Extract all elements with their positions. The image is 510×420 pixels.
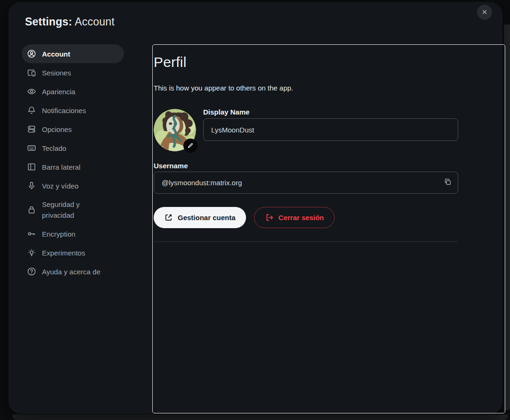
copy-icon[interactable]: [443, 178, 452, 187]
sidebar-item-opciones[interactable]: Opciones: [22, 120, 124, 139]
sidebar-item-label: Opciones: [42, 124, 72, 135]
keyboard-icon: [27, 143, 36, 153]
lightbulb-icon: [27, 248, 36, 257]
dialog-title: Settings: Account: [25, 14, 115, 29]
sidebar-item-label: Notificaciones: [42, 105, 86, 116]
sidebar-item-label: Seguridad y privacidad: [42, 199, 113, 221]
eye-icon: [27, 87, 36, 96]
profile-heading: Perfil: [154, 53, 187, 71]
sidebar-item-voz-y-video[interactable]: Voz y vídeo: [22, 176, 124, 195]
sidebar-item-sesiones[interactable]: Sesiones: [22, 63, 124, 82]
sign-out-label: Cerrar sesión: [279, 214, 324, 222]
sidebar-item-label: Barra lateral: [42, 162, 81, 173]
sidebar-item-experimentos[interactable]: Experimentos: [22, 243, 124, 262]
sidebar-item-barra-lateral[interactable]: Barra lateral: [22, 157, 124, 176]
sidebar-item-teclado[interactable]: Teclado: [22, 139, 124, 157]
key-icon: [27, 229, 36, 239]
dialog-title-prefix: Settings:: [25, 16, 72, 28]
sign-out-icon: [265, 213, 274, 222]
sidebar-item-label: Apariencia: [42, 86, 75, 97]
pencil-icon: [187, 142, 194, 149]
toggles-icon: [27, 124, 36, 134]
username-input[interactable]: [154, 172, 458, 194]
external-link-icon: [164, 213, 173, 222]
lock-icon: [27, 205, 36, 214]
account-settings-panel: Perfil This is how you appear to others …: [152, 44, 505, 413]
bell-icon: [27, 106, 36, 115]
profile-subtitle: This is how you appear to others on the …: [154, 83, 293, 93]
settings-sidebar: Account Sesiones Apariencia: [22, 44, 124, 281]
sidebar-item-encryption[interactable]: Encryption: [22, 224, 124, 243]
close-icon[interactable]: ✕: [477, 5, 492, 20]
sidebar-item-account[interactable]: Account: [22, 44, 124, 63]
sidebar-item-label: Voz y vídeo: [42, 181, 79, 191]
edit-avatar-button[interactable]: [183, 139, 197, 153]
help-circle-icon: [27, 267, 36, 276]
username-field: [154, 172, 458, 194]
display-name-input[interactable]: [203, 118, 458, 141]
sidebar-item-label: Teclado: [42, 143, 66, 154]
manage-account-label: Gestionar cuenta: [178, 214, 236, 222]
sidebar-item-label: Experimentos: [42, 247, 85, 258]
settings-dialog: Settings: Account ✕ Account: [8, 2, 502, 414]
devices-icon: [27, 68, 36, 77]
sidebar-item-ayuda-y-acerca-de[interactable]: Ayuda y acerca de: [22, 262, 124, 281]
sidebar-item-label: Ayuda y acerca de: [42, 266, 100, 277]
display-name-label: Display Name: [203, 107, 249, 117]
sidebar-icon: [27, 162, 36, 172]
avatar[interactable]: [154, 109, 196, 151]
app-window-bottom-edge: [12, 414, 508, 420]
dialog-title-section: Account: [75, 16, 115, 28]
sidebar-item-apariencia[interactable]: Apariencia: [22, 82, 124, 101]
sidebar-item-seguridad-y-privacidad[interactable]: Seguridad y privacidad: [22, 195, 124, 224]
sidebar-item-label: Sesiones: [42, 67, 71, 78]
manage-account-button[interactable]: Gestionar cuenta: [154, 207, 246, 228]
account-actions: Gestionar cuenta Cerrar sesión: [154, 207, 335, 228]
sidebar-item-label: Account: [42, 49, 70, 59]
microphone-icon: [27, 181, 36, 190]
sidebar-item-notificaciones[interactable]: Notificaciones: [22, 101, 124, 120]
user-circle-icon: [27, 49, 36, 58]
section-divider: [154, 241, 458, 242]
username-label: Username: [154, 161, 188, 171]
sidebar-item-label: Encryption: [42, 229, 75, 239]
sign-out-button[interactable]: Cerrar sesión: [254, 207, 335, 228]
